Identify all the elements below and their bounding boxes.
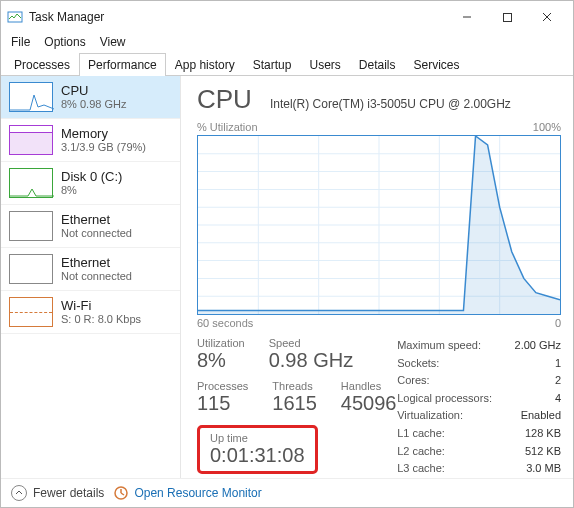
- tab-services[interactable]: Services: [405, 53, 469, 76]
- cpu-detail-label: Maximum speed:: [397, 337, 481, 355]
- cpu-detail-label: Sockets:: [397, 355, 439, 373]
- tab-users[interactable]: Users: [300, 53, 349, 76]
- chart-y-axis-label: % Utilization: [197, 121, 258, 133]
- window-title: Task Manager: [29, 10, 104, 24]
- sidebar-item-sub: Not connected: [61, 270, 132, 283]
- cpu-model-label: Intel(R) Core(TM) i3-5005U CPU @ 2.00GHz: [270, 97, 511, 111]
- chart-y-max-label: 100%: [533, 121, 561, 133]
- page-title: CPU: [197, 84, 252, 115]
- svg-rect-2: [503, 13, 511, 21]
- cpu-utilization-chart: [197, 135, 561, 315]
- sidebar-item-label: Ethernet: [61, 212, 132, 228]
- fewer-details-label: Fewer details: [33, 486, 104, 500]
- sidebar-item-label: CPU: [61, 83, 126, 99]
- stat-speed-label: Speed: [269, 337, 353, 349]
- sidebar-item-sub: S: 0 R: 8.0 Kbps: [61, 313, 141, 326]
- menu-view[interactable]: View: [100, 35, 126, 49]
- stat-threads-value: 1615: [272, 392, 317, 415]
- stat-utilization-label: Utilization: [197, 337, 245, 349]
- cpu-detail-value: 512 KB: [525, 443, 561, 461]
- wifi-thumbnail-icon: [9, 297, 53, 327]
- stat-processes-value: 115: [197, 392, 248, 415]
- close-button[interactable]: [527, 5, 567, 29]
- ethernet-thumbnail-icon: [9, 254, 53, 284]
- open-resource-monitor-label: Open Resource Monitor: [134, 486, 261, 500]
- cpu-detail-row: Cores:2: [397, 372, 561, 390]
- stat-utilization-value: 8%: [197, 349, 245, 372]
- cpu-detail-label: L2 cache:: [397, 443, 445, 461]
- tab-processes[interactable]: Processes: [5, 53, 79, 76]
- cpu-detail-value: 3.0 MB: [526, 460, 561, 478]
- sidebar: CPU 8% 0.98 GHz Memory 3.1/3.9 GB (79%): [1, 76, 181, 478]
- maximize-button[interactable]: [487, 5, 527, 29]
- cpu-detail-label: L1 cache:: [397, 425, 445, 443]
- cpu-detail-row: L3 cache:3.0 MB: [397, 460, 561, 478]
- content-body: CPU 8% 0.98 GHz Memory 3.1/3.9 GB (79%): [1, 76, 573, 478]
- task-manager-window: Task Manager File Options View Processes…: [0, 0, 574, 508]
- chart-x-right-label: 0: [555, 317, 561, 329]
- sidebar-item-disk[interactable]: Disk 0 (C:) 8%: [1, 162, 180, 205]
- sidebar-item-ethernet-2[interactable]: Ethernet Not connected: [1, 248, 180, 291]
- sidebar-item-ethernet-1[interactable]: Ethernet Not connected: [1, 205, 180, 248]
- sidebar-item-memory[interactable]: Memory 3.1/3.9 GB (79%): [1, 119, 180, 162]
- tab-bar: Processes Performance App history Startu…: [1, 53, 573, 76]
- cpu-detail-value: 2.00 GHz: [515, 337, 561, 355]
- menu-options[interactable]: Options: [44, 35, 85, 49]
- stat-handles-label: Handles: [341, 380, 397, 392]
- open-resource-monitor-link[interactable]: Open Resource Monitor: [114, 486, 261, 500]
- stat-uptime-label: Up time: [210, 432, 305, 444]
- cpu-detail-row: Logical processors:4: [397, 390, 561, 408]
- cpu-detail-value: 1: [555, 355, 561, 373]
- sidebar-item-sub: 8% 0.98 GHz: [61, 98, 126, 111]
- ethernet-thumbnail-icon: [9, 211, 53, 241]
- cpu-detail-value: 2: [555, 372, 561, 390]
- sidebar-item-wifi[interactable]: Wi-Fi S: 0 R: 8.0 Kbps: [1, 291, 180, 334]
- app-icon: [7, 9, 23, 25]
- stat-uptime-value: 0:01:31:08: [210, 444, 305, 467]
- sidebar-item-label: Ethernet: [61, 255, 132, 271]
- cpu-detail-row: Sockets:1: [397, 355, 561, 373]
- disk-thumbnail-icon: [9, 168, 53, 198]
- chart-x-left-label: 60 seconds: [197, 317, 253, 329]
- resource-monitor-icon: [114, 486, 128, 500]
- tab-performance[interactable]: Performance: [79, 53, 166, 76]
- fewer-details-button[interactable]: Fewer details: [11, 485, 104, 501]
- cpu-details-list: Maximum speed:2.00 GHzSockets:1Cores:2Lo…: [397, 337, 561, 478]
- cpu-detail-label: Virtualization:: [397, 407, 463, 425]
- uptime-highlight-box: Up time 0:01:31:08: [197, 425, 318, 474]
- tab-app-history[interactable]: App history: [166, 53, 244, 76]
- cpu-detail-label: L3 cache:: [397, 460, 445, 478]
- tab-details[interactable]: Details: [350, 53, 405, 76]
- cpu-detail-value: Enabled: [521, 407, 561, 425]
- memory-thumbnail-icon: [9, 125, 53, 155]
- cpu-detail-row: Maximum speed:2.00 GHz: [397, 337, 561, 355]
- sidebar-item-cpu[interactable]: CPU 8% 0.98 GHz: [1, 76, 180, 119]
- footer-bar: Fewer details Open Resource Monitor: [1, 478, 573, 507]
- cpu-detail-label: Cores:: [397, 372, 429, 390]
- cpu-detail-row: L2 cache:512 KB: [397, 443, 561, 461]
- menu-bar: File Options View: [1, 33, 573, 53]
- tab-startup[interactable]: Startup: [244, 53, 301, 76]
- sidebar-item-sub: 3.1/3.9 GB (79%): [61, 141, 146, 154]
- sidebar-item-label: Memory: [61, 126, 146, 142]
- cpu-thumbnail-icon: [9, 82, 53, 112]
- minimize-button[interactable]: [447, 5, 487, 29]
- cpu-detail-value: 4: [555, 390, 561, 408]
- sidebar-item-sub: Not connected: [61, 227, 132, 240]
- menu-file[interactable]: File: [11, 35, 30, 49]
- sidebar-item-sub: 8%: [61, 184, 122, 197]
- cpu-detail-row: Virtualization:Enabled: [397, 407, 561, 425]
- cpu-detail-label: Logical processors:: [397, 390, 492, 408]
- stat-speed-value: 0.98 GHz: [269, 349, 353, 372]
- stat-processes-label: Processes: [197, 380, 248, 392]
- svg-line-22: [121, 493, 124, 495]
- sidebar-item-label: Disk 0 (C:): [61, 169, 122, 185]
- stat-handles-value: 45096: [341, 392, 397, 415]
- chevron-up-icon: [11, 485, 27, 501]
- cpu-detail-value: 128 KB: [525, 425, 561, 443]
- main-panel: CPU Intel(R) Core(TM) i3-5005U CPU @ 2.0…: [181, 76, 573, 478]
- title-bar: Task Manager: [1, 1, 573, 33]
- cpu-detail-row: L1 cache:128 KB: [397, 425, 561, 443]
- stat-threads-label: Threads: [272, 380, 317, 392]
- sidebar-item-label: Wi-Fi: [61, 298, 141, 314]
